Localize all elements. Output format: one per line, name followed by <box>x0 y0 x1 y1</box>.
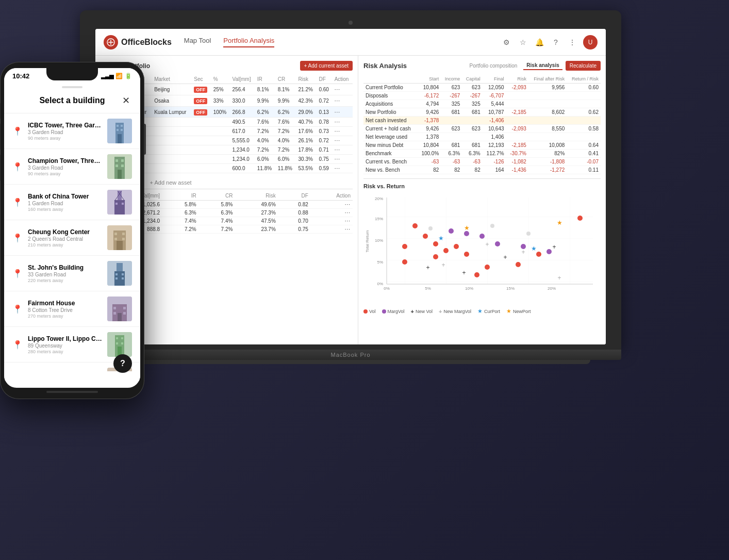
sec-badge: OFF <box>194 109 207 116</box>
row-action[interactable]: ··· <box>333 127 353 136</box>
legend-newport-label: NewPort <box>513 309 531 314</box>
risk-action[interactable]: ··· <box>310 225 353 234</box>
laptop-camera <box>349 21 353 25</box>
add-current-asset-button[interactable]: + Add current asset <box>300 61 353 71</box>
row-cr: 9.9% <box>276 95 296 107</box>
phone-vol-up-button[interactable] <box>0 124 1 150</box>
building-name: Lippo Tower II, Lippo Centre <box>28 335 103 342</box>
svg-rect-61 <box>118 170 122 179</box>
phone-notch <box>46 68 98 80</box>
recalculate-button[interactable]: Recalculate <box>566 61 601 71</box>
building-distance: 90 meters away <box>28 171 103 176</box>
row-action[interactable]: ··· <box>333 95 353 107</box>
svg-point-18 <box>412 223 418 228</box>
location-pin-icon: 📍 <box>12 233 23 243</box>
svg-rect-85 <box>115 277 118 279</box>
ra-row-net-cash: Net cash invested -1,378 -1,406 <box>363 117 601 125</box>
row-pct: 25% <box>211 84 230 95</box>
risk-action[interactable]: ··· <box>310 217 353 225</box>
phone-power-button[interactable] <box>144 124 146 155</box>
legend-margvol-dot <box>382 309 386 314</box>
row-df: 0.72 <box>317 95 332 107</box>
question-icon[interactable]: ? <box>550 37 561 48</box>
svg-rect-84 <box>122 273 124 275</box>
nav-map-tool[interactable]: Map Tool <box>184 37 211 47</box>
svg-rect-83 <box>115 273 118 275</box>
row-df: 0.71 <box>317 145 332 155</box>
modal-close-button[interactable]: ✕ <box>120 94 132 107</box>
battery-icon: 🔋 <box>125 73 132 79</box>
help-fab-button[interactable]: ? <box>113 354 132 373</box>
svg-rect-89 <box>118 313 122 321</box>
row-action[interactable]: ··· <box>333 84 353 95</box>
building-item-boc-tower[interactable]: 📍 Bank of China Tower 1 Garden Road 160 … <box>4 185 140 220</box>
nav-portfolio-analysis[interactable]: Portfolio Analysis <box>223 37 274 47</box>
legend-curport: ★ CurPort <box>477 308 500 315</box>
row-action[interactable]: ··· <box>333 118 353 127</box>
building-item-cheung-kong[interactable]: 📍 Cheung Kong Center 2 Queen's Road Cent… <box>4 220 140 256</box>
row-action[interactable]: ··· <box>333 155 353 164</box>
gear-icon[interactable]: ⚙ <box>501 37 512 48</box>
risk-risk: 23.7% <box>235 225 277 234</box>
tab-risk-analysis[interactable]: Risk analysis <box>523 61 562 70</box>
row-val: 256.4 <box>230 84 255 95</box>
phone-mute-button[interactable] <box>0 103 1 119</box>
risk-ir: 6.3% <box>162 209 198 217</box>
chart-area: 0% 5% 10% 15% 20% 0% 5% 10% 15% <box>363 192 601 306</box>
more-icon[interactable]: ⋮ <box>567 37 578 48</box>
col-action: Action <box>333 75 353 84</box>
row-pct: 33% <box>211 95 230 107</box>
row-ir: 7.2% <box>255 127 276 136</box>
ra-col-label <box>363 75 417 84</box>
row-action[interactable]: ··· <box>333 136 353 145</box>
row-cr: 4.0% <box>276 136 296 145</box>
ra-row-current-hold-cash: Current + hold cash 9,426 623 623 10,643… <box>363 125 601 133</box>
svg-rect-56 <box>121 125 123 127</box>
svg-point-17 <box>402 244 407 249</box>
row-df: 0.78 <box>317 118 332 127</box>
row-df: 0.59 <box>317 164 332 173</box>
svg-text:20%: 20% <box>548 286 556 291</box>
svg-text:★: ★ <box>464 224 470 232</box>
row-val: 5,555.0 <box>230 136 255 145</box>
col-ir: IR <box>255 75 276 84</box>
tab-portfolio-composition[interactable]: Portfolio composition <box>467 62 521 70</box>
row-action[interactable]: ··· <box>333 145 353 155</box>
bell-icon[interactable]: 🔔 <box>534 37 545 48</box>
building-info: Cheung Kong Center 2 Queen's Road Centra… <box>28 228 103 248</box>
building-name: St. John's Building <box>28 264 103 271</box>
row-action[interactable]: ··· <box>333 164 353 173</box>
legend-new-vol: + New Vol <box>411 308 433 315</box>
logo-icon <box>104 35 118 50</box>
svg-point-19 <box>423 234 428 239</box>
row-action[interactable]: ··· <box>333 107 353 118</box>
building-item-fairmont[interactable]: 📍 Fairmont House 8 Cotton Tree Drive 270… <box>4 291 140 327</box>
phone-modal: Select a building ✕ 📍 ICBC Tower, Three … <box>4 82 140 381</box>
building-list[interactable]: 📍 ICBC Tower, Three Garden Road 3 Garden… <box>4 113 140 371</box>
svg-text:★: ★ <box>557 219 562 226</box>
building-item-icbc[interactable]: 📍 ICBC Tower, Three Garden Road 3 Garden… <box>4 113 140 149</box>
svg-rect-91 <box>123 307 126 309</box>
phone-vol-down-button[interactable] <box>0 155 1 180</box>
building-item-champion[interactable]: 📍 Champion Tower, Three Garden Road 3 Ga… <box>4 149 140 185</box>
location-pin-icon: 📍 <box>12 197 23 207</box>
row-val: 266.8 <box>230 107 255 118</box>
risk-action[interactable]: ··· <box>310 201 353 209</box>
svg-point-27 <box>516 262 521 267</box>
building-info: Lippo Tower II, Lippo Centre 89 Queenswa… <box>28 335 103 354</box>
chart-title: Risk vs. Return <box>363 183 601 189</box>
svg-point-22 <box>402 259 407 265</box>
svg-rect-70 <box>122 203 124 205</box>
row-market: Beijing <box>152 84 192 95</box>
building-item-stjohns[interactable]: 📍 St. John's Building 33 Garden Road 220… <box>4 256 140 291</box>
row-val: 1,234.0 <box>230 155 255 164</box>
building-name: Bank of China Tower <box>28 193 103 200</box>
risk-action[interactable]: ··· <box>310 209 353 217</box>
star-icon[interactable]: ☆ <box>517 37 528 48</box>
building-info: Bank of China Building 2A Des Voeux Road… <box>28 371 103 372</box>
risk-ir: 5.8% <box>162 201 198 209</box>
avatar[interactable]: U <box>583 35 598 50</box>
tab-add-asset[interactable]: + Add new asset <box>150 177 192 189</box>
svg-text:+: + <box>485 241 489 248</box>
ra-row-acquisitions: Acquisitions 4,794 325 325 5,444 <box>363 100 601 108</box>
